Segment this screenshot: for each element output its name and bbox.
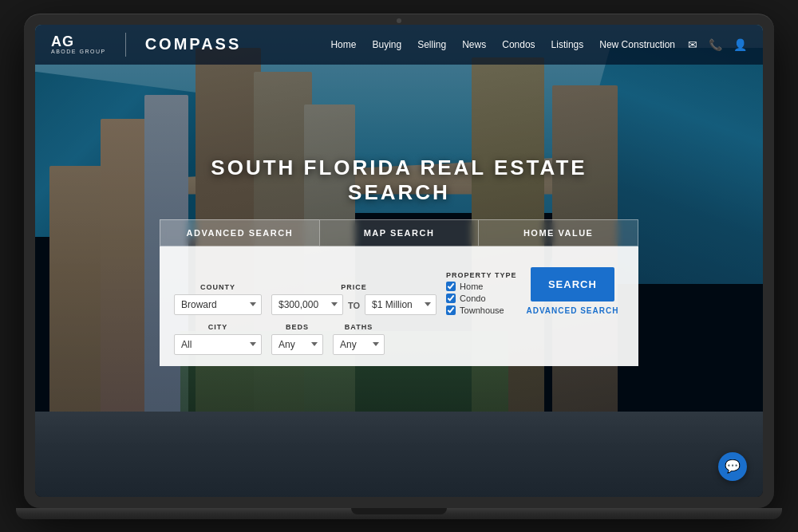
search-form: COUNTY Broward Miami-Dade Palm Beach PRI…: [160, 246, 638, 366]
checkbox-townhouse[interactable]: Townhouse: [446, 305, 516, 315]
logo-divider: [125, 33, 126, 57]
property-type-label: PROPERTY TYPE: [446, 271, 516, 279]
ag-logo: AG ABODE GROUP: [51, 34, 106, 54]
checkbox-condo-input[interactable]: [446, 294, 456, 303]
nav-condos[interactable]: Condos: [502, 39, 535, 50]
nav-buying[interactable]: Buying: [372, 39, 401, 50]
price-range-group: $100,000 $200,000 $300,000 $400,000 $500…: [271, 294, 437, 315]
checkbox-home[interactable]: Home: [446, 282, 516, 291]
checkbox-townhouse-label: Townhouse: [460, 305, 504, 315]
price-from-select[interactable]: $100,000 $200,000 $300,000 $400,000 $500…: [271, 294, 343, 315]
nav-listings[interactable]: Listings: [551, 39, 584, 50]
abode-group-text: ABODE GROUP: [51, 49, 106, 54]
price-label: PRICE: [271, 283, 437, 291]
city-label: CITY: [174, 323, 262, 331]
compass-logo: COMPASS: [145, 35, 242, 53]
search-row-2: CITY All Fort Lauderdale Miami Boca Rato…: [174, 323, 624, 355]
user-icon[interactable]: 👤: [733, 38, 747, 51]
county-select[interactable]: Broward Miami-Dade Palm Beach: [174, 294, 262, 315]
nav-news[interactable]: News: [462, 39, 486, 50]
hero-content: SOUTH FLORIDA REAL ESTATE SEARCH ADVANCE…: [160, 156, 638, 366]
baths-label: BATHS: [333, 323, 385, 331]
beds-group: BEDS Any 1 2 3 4 5+: [271, 323, 323, 355]
search-button[interactable]: SEARCH: [531, 267, 614, 301]
laptop-screen: AG ABODE GROUP COMPASS Home Buying Selli…: [35, 25, 763, 497]
advanced-search-link[interactable]: ADVANCED SEARCH: [526, 306, 618, 315]
search-button-col: SEARCH ADVANCED SEARCH: [526, 259, 618, 315]
baths-group: BATHS Any 1 2 3 4+: [333, 323, 385, 355]
city-select[interactable]: All Fort Lauderdale Miami Boca Raton: [174, 334, 262, 355]
price-to-separator: TO: [348, 301, 360, 315]
price-to-select[interactable]: $500,000 $750,000 $1 Million $2 Million …: [365, 294, 437, 315]
property-type-group: PROPERTY TYPE Home Condo T: [446, 271, 516, 315]
navbar: AG ABODE GROUP COMPASS Home Buying Selli…: [35, 25, 763, 65]
price-group: PRICE $100,000 $200,000 $300,000 $400,00…: [271, 283, 437, 315]
phone-icon[interactable]: 📞: [709, 38, 722, 51]
checkbox-home-input[interactable]: [446, 282, 456, 291]
checkbox-home-label: Home: [460, 282, 483, 291]
chat-bubble[interactable]: 💬: [718, 452, 747, 481]
chat-icon: 💬: [725, 459, 741, 474]
baths-select[interactable]: Any 1 2 3 4+: [333, 334, 385, 355]
nav-icons: ✉ 📞 👤: [688, 38, 747, 51]
nav-new-construction[interactable]: New Construction: [599, 39, 675, 50]
tab-map-search[interactable]: MAP SEARCH: [319, 219, 480, 246]
logo-area: AG ABODE GROUP COMPASS: [51, 33, 241, 57]
nav-home[interactable]: Home: [330, 39, 356, 50]
checkbox-condo[interactable]: Condo: [446, 294, 516, 303]
beds-label: BEDS: [271, 323, 323, 331]
email-icon[interactable]: ✉: [688, 38, 697, 51]
search-row-1: COUNTY Broward Miami-Dade Palm Beach PRI…: [174, 259, 624, 315]
hero-title: SOUTH FLORIDA REAL ESTATE SEARCH: [160, 156, 638, 205]
tab-home-value[interactable]: HOME VALUE: [479, 219, 638, 246]
laptop-base: [16, 508, 782, 519]
ag-initials: AG: [51, 34, 74, 49]
search-tabs: ADVANCED SEARCH MAP SEARCH HOME VALUE: [160, 219, 638, 246]
nav-links: Home Buying Selling News Condos Listings…: [330, 39, 675, 50]
county-label: COUNTY: [174, 283, 262, 291]
city-group: CITY All Fort Lauderdale Miami Boca Rato…: [174, 323, 262, 355]
laptop-notch: [351, 508, 447, 514]
camera-dot: [397, 18, 401, 23]
beds-select[interactable]: Any 1 2 3 4 5+: [271, 334, 323, 355]
tab-advanced-search[interactable]: ADVANCED SEARCH: [160, 219, 319, 246]
checkbox-townhouse-input[interactable]: [446, 305, 456, 315]
laptop-wrapper: AG ABODE GROUP COMPASS Home Buying Selli…: [16, 14, 782, 519]
nav-selling[interactable]: Selling: [417, 39, 446, 50]
county-group: COUNTY Broward Miami-Dade Palm Beach: [174, 283, 262, 315]
checkbox-condo-label: Condo: [460, 294, 485, 303]
laptop-shell: AG ABODE GROUP COMPASS Home Buying Selli…: [24, 14, 774, 508]
